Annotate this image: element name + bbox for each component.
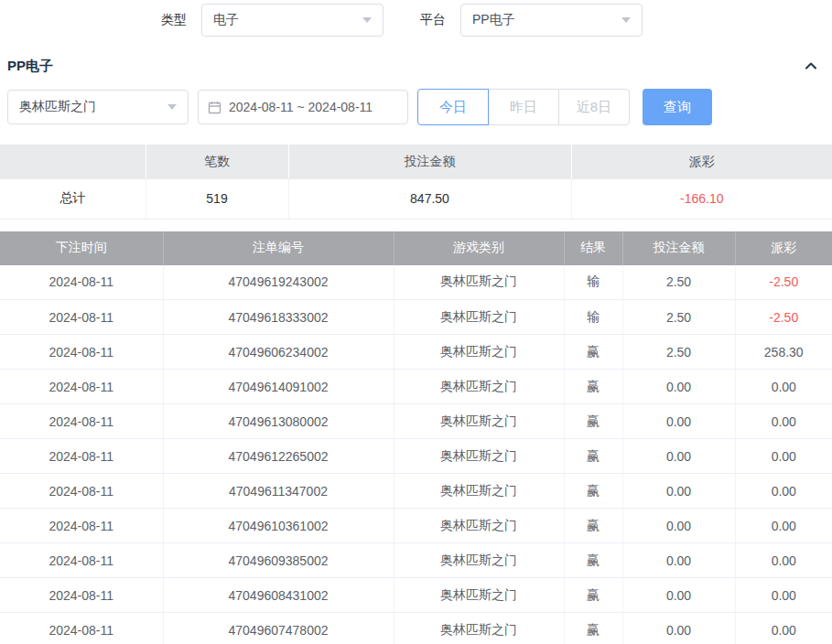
cell-game-category: 奥林匹斯之门 bbox=[394, 543, 564, 578]
cell-result: 赢 bbox=[564, 509, 622, 543]
header-result: 结果 bbox=[564, 231, 622, 265]
cell-order-number: 47049610361002 bbox=[163, 509, 394, 543]
chevron-down-icon bbox=[362, 17, 372, 23]
section-title: PP电子 bbox=[7, 58, 53, 75]
cell-payout: 0.00 bbox=[735, 543, 832, 578]
cell-order-number: 47049618333002 bbox=[163, 300, 394, 335]
cell-game-category: 奥林匹斯之门 bbox=[394, 335, 564, 370]
cell-payout: -2.50 bbox=[735, 300, 832, 335]
summary-total-row: 总计 519 847.50 -166.10 bbox=[0, 179, 832, 219]
cell-game-category: 奥林匹斯之门 bbox=[394, 509, 564, 543]
type-label: 类型 bbox=[161, 12, 187, 28]
cell-result: 赢 bbox=[564, 439, 622, 474]
cell-bet-amount: 0.00 bbox=[622, 474, 735, 509]
summary-table: 笔数 投注金额 派彩 总计 519 847.50 -166.10 bbox=[0, 145, 832, 220]
cell-result: 赢 bbox=[564, 404, 622, 439]
cell-bet-amount: 0.00 bbox=[622, 439, 735, 474]
summary-header-bet-amount: 投注金额 bbox=[288, 145, 571, 179]
cell-bet-time: 2024-08-11 bbox=[0, 613, 163, 644]
cell-result: 输 bbox=[564, 300, 622, 335]
table-row: 2024-08-11 47049618333002 奥林匹斯之门 输 2.50 … bbox=[0, 300, 832, 335]
cell-result: 赢 bbox=[564, 578, 622, 613]
cell-bet-time: 2024-08-11 bbox=[0, 335, 163, 370]
date-shortcut-group: 今日 昨日 近8日 bbox=[417, 89, 630, 125]
platform-select[interactable]: PP电子 bbox=[460, 4, 643, 37]
cell-order-number: 47049613080002 bbox=[163, 404, 394, 439]
cell-game-category: 奥林匹斯之门 bbox=[394, 613, 564, 644]
game-select-value: 奥林匹斯之门 bbox=[19, 99, 96, 115]
summary-total-label: 总计 bbox=[0, 179, 146, 219]
header-bet-amount: 投注金额 bbox=[622, 231, 735, 265]
cell-order-number: 47049607478002 bbox=[163, 613, 394, 644]
table-row: 2024-08-11 47049611347002 奥林匹斯之门 赢 0.00 … bbox=[0, 474, 832, 509]
last-8-days-button[interactable]: 近8日 bbox=[558, 89, 630, 125]
cell-order-number: 47049619243002 bbox=[163, 265, 394, 300]
table-row: 2024-08-11 47049609385002 奥林匹斯之门 赢 0.00 … bbox=[0, 543, 832, 578]
cell-game-category: 奥林匹斯之门 bbox=[394, 265, 564, 300]
cell-bet-time: 2024-08-11 bbox=[0, 509, 163, 543]
summary-bet-amount-value: 847.50 bbox=[288, 179, 571, 219]
date-range-value: 2024-08-11 ~ 2024-08-11 bbox=[229, 100, 373, 114]
cell-game-category: 奥林匹斯之门 bbox=[394, 300, 564, 335]
cell-bet-time: 2024-08-11 bbox=[0, 404, 163, 439]
cell-game-category: 奥林匹斯之门 bbox=[394, 439, 564, 474]
yesterday-button[interactable]: 昨日 bbox=[488, 89, 559, 125]
cell-order-number: 47049608431002 bbox=[163, 578, 394, 613]
bet-table-header-row: 下注时间 注单编号 游戏类别 结果 投注金额 派彩 bbox=[0, 231, 832, 265]
cell-game-category: 奥林匹斯之门 bbox=[394, 404, 564, 439]
calendar-icon bbox=[208, 101, 222, 114]
platform-select-value: PP电子 bbox=[472, 12, 515, 28]
cell-payout: 0.00 bbox=[735, 509, 832, 543]
table-row: 2024-08-11 47049608431002 奥林匹斯之门 赢 0.00 … bbox=[0, 578, 832, 613]
cell-payout: 0.00 bbox=[735, 439, 832, 474]
cell-bet-amount: 2.50 bbox=[622, 265, 735, 300]
summary-count-value: 519 bbox=[146, 179, 288, 219]
cell-bet-time: 2024-08-11 bbox=[0, 578, 163, 613]
cell-bet-amount: 0.00 bbox=[622, 613, 735, 644]
header-bet-time: 下注时间 bbox=[0, 231, 163, 265]
header-order-number: 注单编号 bbox=[163, 231, 394, 265]
platform-label: 平台 bbox=[420, 12, 446, 28]
cell-payout: 0.00 bbox=[735, 370, 832, 404]
cell-bet-amount: 2.50 bbox=[622, 335, 735, 370]
top-form: 类型 电子 平台 PP电子 bbox=[0, 0, 832, 40]
summary-header-count: 笔数 bbox=[146, 145, 288, 179]
header-game-category: 游戏类别 bbox=[394, 231, 564, 265]
summary-header-blank bbox=[0, 145, 146, 179]
table-row: 2024-08-11 47049614091002 奥林匹斯之门 赢 0.00 … bbox=[0, 370, 832, 404]
game-select[interactable]: 奥林匹斯之门 bbox=[7, 90, 189, 124]
table-row: 2024-08-11 47049613080002 奥林匹斯之门 赢 0.00 … bbox=[0, 404, 832, 439]
cell-result: 赢 bbox=[564, 613, 622, 644]
chevron-down-icon bbox=[621, 17, 631, 23]
summary-header-payout: 派彩 bbox=[571, 145, 832, 179]
cell-payout: 0.00 bbox=[735, 613, 832, 644]
cell-bet-time: 2024-08-11 bbox=[0, 265, 163, 300]
cell-bet-time: 2024-08-11 bbox=[0, 543, 163, 578]
date-range-input[interactable]: 2024-08-11 ~ 2024-08-11 bbox=[198, 90, 408, 124]
cell-bet-time: 2024-08-11 bbox=[0, 439, 163, 474]
cell-bet-amount: 2.50 bbox=[622, 300, 735, 335]
cell-order-number: 47049612265002 bbox=[163, 439, 394, 474]
table-row: 2024-08-11 47049610361002 奥林匹斯之门 赢 0.00 … bbox=[0, 509, 832, 543]
cell-bet-time: 2024-08-11 bbox=[0, 474, 163, 509]
chevron-down-icon bbox=[167, 104, 177, 110]
cell-bet-amount: 0.00 bbox=[622, 370, 735, 404]
table-row: 2024-08-11 47049612265002 奥林匹斯之门 赢 0.00 … bbox=[0, 439, 832, 474]
query-button[interactable]: 查询 bbox=[643, 89, 712, 125]
cell-order-number: 47049609385002 bbox=[163, 543, 394, 578]
cell-game-category: 奥林匹斯之门 bbox=[394, 474, 564, 509]
type-select[interactable]: 电子 bbox=[201, 4, 384, 37]
today-button[interactable]: 今日 bbox=[417, 89, 489, 125]
cell-bet-amount: 0.00 bbox=[622, 404, 735, 439]
summary-header-row: 笔数 投注金额 派彩 bbox=[0, 145, 832, 179]
cell-payout: 0.00 bbox=[735, 404, 832, 439]
section-header: PP电子 bbox=[0, 48, 832, 84]
table-row: 2024-08-11 47049606234002 奥林匹斯之门 赢 2.50 … bbox=[0, 335, 832, 370]
chevron-up-icon[interactable] bbox=[805, 59, 817, 72]
summary-payout-value: -166.10 bbox=[571, 179, 832, 219]
cell-result: 输 bbox=[564, 265, 622, 300]
header-payout: 派彩 bbox=[735, 231, 832, 265]
cell-bet-time: 2024-08-11 bbox=[0, 370, 163, 404]
cell-order-number: 47049611347002 bbox=[163, 474, 394, 509]
cell-game-category: 奥林匹斯之门 bbox=[394, 370, 564, 404]
